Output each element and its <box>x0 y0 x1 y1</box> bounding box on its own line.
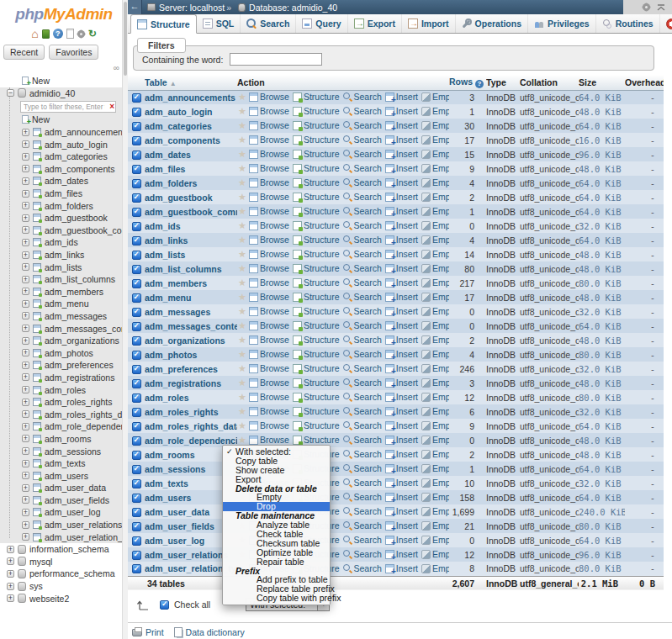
search-link[interactable]: Search <box>343 163 382 173</box>
browse-link[interactable]: Browse <box>249 177 289 187</box>
menu-item-copy-table-with-prefix[interactable]: ✓ Copy table with prefix <box>223 594 330 603</box>
table-name-link[interactable]: adm_rooms <box>145 450 195 460</box>
search-link[interactable]: Search <box>343 220 382 230</box>
insert-link[interactable]: Insert <box>385 263 418 273</box>
favorite-star-icon[interactable]: ★ <box>238 277 246 288</box>
insert-link[interactable]: Insert <box>385 492 418 502</box>
sidebar-item-information_schema[interactable]: + information_schema <box>0 543 128 556</box>
empty-link[interactable]: Empty <box>421 335 449 345</box>
empty-link[interactable]: Empty <box>421 135 449 145</box>
breadcrumb-server-link[interactable]: Server: localhost <box>159 3 225 13</box>
search-link[interactable]: Search <box>343 235 382 245</box>
tab-sql[interactable]: ▾ SQL <box>197 14 241 33</box>
sidebar-item-adm_folders[interactable]: + adm_folders <box>0 199 128 212</box>
favorite-star-icon[interactable]: ★ <box>238 420 246 430</box>
sidebar-item-adm_user_relations[interactable]: + adm_user_relations <box>0 519 128 531</box>
row-checkbox[interactable] <box>132 279 141 288</box>
browse-link[interactable]: Browse <box>249 378 289 388</box>
insert-link[interactable]: Insert <box>385 220 418 230</box>
favorite-star-icon[interactable]: ★ <box>238 363 246 373</box>
structure-link[interactable]: Structure <box>293 206 340 216</box>
structure-link[interactable]: Structure <box>293 163 340 173</box>
favorite-star-icon[interactable]: ★ <box>238 263 246 273</box>
expand-icon[interactable]: + <box>22 362 29 369</box>
table-name-link[interactable]: adm_members <box>145 278 207 288</box>
expand-icon[interactable]: + <box>22 472 29 479</box>
expand-icon[interactable]: + <box>22 410 29 418</box>
empty-link[interactable]: Empty <box>421 149 449 159</box>
table-name-link[interactable]: adm_user_relations <box>145 550 228 560</box>
browse-link[interactable]: Browse <box>249 235 289 245</box>
structure-link[interactable]: Structure <box>293 335 340 345</box>
row-checkbox[interactable] <box>132 165 141 174</box>
insert-link[interactable]: Insert <box>385 449 418 459</box>
search-link[interactable]: Search <box>343 277 382 288</box>
tab-import[interactable]: ▾ Import <box>402 14 456 33</box>
sidebar-item-adm_roles[interactable]: + adm_roles <box>0 383 128 396</box>
empty-link[interactable]: Empty <box>421 263 449 273</box>
structure-link[interactable]: Structure <box>293 235 340 245</box>
expand-icon[interactable]: + <box>22 399 29 406</box>
sidebar-item-adm_user_fields[interactable]: + adm_user_fields <box>0 494 128 507</box>
browse-link[interactable]: Browse <box>249 392 289 402</box>
favorite-star-icon[interactable]: ★ <box>238 235 246 245</box>
browse-link[interactable]: Browse <box>249 249 289 259</box>
row-checkbox[interactable] <box>132 151 141 160</box>
expand-icon[interactable]: + <box>22 239 29 246</box>
search-link[interactable]: Search <box>343 392 382 402</box>
insert-link[interactable]: Insert <box>385 392 418 402</box>
browse-link[interactable]: Browse <box>249 363 289 373</box>
expand-icon[interactable]: + <box>22 177 29 185</box>
sidebar-scrollbar[interactable] <box>122 0 128 639</box>
expand-icon[interactable]: + <box>7 546 14 553</box>
expand-icon[interactable]: + <box>22 312 29 320</box>
empty-link[interactable]: Empty <box>421 292 449 302</box>
sidebar-item-adm_menu[interactable]: + adm_menu <box>0 298 128 310</box>
structure-link[interactable]: Structure <box>293 320 340 330</box>
tree-item-new-table[interactable]: New <box>0 114 128 126</box>
sidebar-item-adm_announcements[interactable]: + adm_announcements <box>0 126 128 139</box>
tab-export[interactable]: ▾ Export <box>348 14 402 33</box>
search-link[interactable]: Search <box>343 135 382 145</box>
row-checkbox[interactable] <box>132 436 141 446</box>
favorite-star-icon[interactable]: ★ <box>238 192 246 202</box>
favorite-star-icon[interactable]: ★ <box>238 177 246 187</box>
row-checkbox[interactable] <box>132 265 141 274</box>
row-checkbox[interactable] <box>132 293 141 303</box>
expand-icon[interactable]: + <box>22 447 29 455</box>
expand-icon[interactable]: + <box>22 521 29 529</box>
insert-link[interactable]: Insert <box>385 120 418 130</box>
sidebar-item-adm_links[interactable]: + adm_links <box>0 249 128 261</box>
table-name-link[interactable]: adm_components <box>145 135 220 145</box>
insert-link[interactable]: Insert <box>385 378 418 388</box>
browse-link[interactable]: Browse <box>249 163 289 173</box>
table-name-link[interactable]: adm_lists <box>145 250 185 260</box>
structure-link[interactable]: Structure <box>293 306 340 316</box>
row-checkbox[interactable] <box>132 122 141 131</box>
sidebar-item-sys[interactable]: + sys <box>0 580 128 593</box>
structure-link[interactable]: Structure <box>293 363 340 373</box>
search-link[interactable]: Search <box>343 492 382 502</box>
favorite-star-icon[interactable]: ★ <box>238 220 246 230</box>
sidebar-item-adm_texts[interactable]: + adm_texts <box>0 457 128 470</box>
search-link[interactable]: Search <box>343 506 382 516</box>
expand-icon[interactable]: + <box>22 202 29 209</box>
sidebar-item-adm_users[interactable]: + adm_users <box>0 469 128 482</box>
empty-link[interactable]: Empty <box>421 449 449 459</box>
structure-link[interactable]: Structure <box>293 120 340 130</box>
sidebar-item-adm_roles_rights_data[interactable]: + adm_roles_rights_data <box>0 408 128 420</box>
table-name-link[interactable]: adm_roles_rights <box>145 407 219 417</box>
containing-word-input[interactable] <box>230 53 322 66</box>
structure-link[interactable]: Structure <box>293 177 340 187</box>
documentation-icon[interactable] <box>66 29 74 39</box>
expand-icon[interactable]: + <box>7 570 14 578</box>
insert-link[interactable]: Insert <box>385 277 418 288</box>
table-name-link[interactable]: adm_folders <box>145 178 197 188</box>
browse-link[interactable]: Browse <box>249 106 289 116</box>
menu-item-empty[interactable]: ✓ Empty <box>223 493 330 502</box>
tab-search[interactable]: ▾ Search <box>241 14 296 33</box>
row-checkbox[interactable] <box>132 222 141 231</box>
search-link[interactable]: Search <box>343 563 382 573</box>
expand-icon[interactable]: + <box>22 214 29 222</box>
breadcrumb-database-link[interactable]: Database: admidio_40 <box>249 3 337 13</box>
